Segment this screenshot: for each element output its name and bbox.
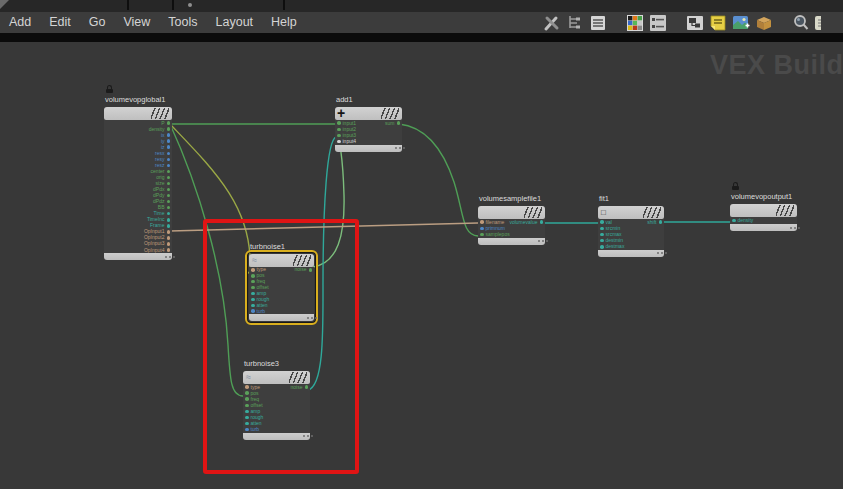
port-dot[interactable] <box>600 233 604 237</box>
input-port-type[interactable]: type <box>245 385 260 390</box>
port-dot[interactable] <box>659 220 663 224</box>
output-port-OpInput4[interactable]: OpInput4 <box>144 248 170 253</box>
node-header[interactable]: ≈ <box>243 371 310 384</box>
node-add1[interactable]: add1+input1suminput2input3input4 <box>335 107 402 152</box>
port-dot[interactable] <box>245 391 249 395</box>
wire-volumevopglobal1-P-to-turbnoise3-pos[interactable] <box>170 124 243 396</box>
port-dot[interactable] <box>167 212 171 216</box>
port-dot[interactable] <box>245 404 249 408</box>
port-dot[interactable] <box>167 218 171 222</box>
input-port-turb[interactable]: turb <box>245 427 259 432</box>
node-flags-slashes[interactable] <box>381 108 399 119</box>
port-dot[interactable] <box>167 158 171 162</box>
node-turbnoise1[interactable]: turbnoise1≈typenoiseposfreqoffsetamproug… <box>249 254 314 321</box>
port-dot[interactable] <box>540 220 544 224</box>
port-dot[interactable] <box>480 220 484 224</box>
input-port-input1[interactable]: input1 <box>337 121 356 126</box>
input-port-pos[interactable]: pos <box>245 391 259 396</box>
port-dot[interactable] <box>167 206 171 210</box>
port-dot[interactable] <box>600 239 604 243</box>
node-footer[interactable] <box>478 238 545 245</box>
output-port-shift[interactable]: shift <box>647 220 662 225</box>
port-dot[interactable] <box>397 121 401 125</box>
port-dot[interactable] <box>167 236 171 240</box>
node-fit1[interactable]: fit1□valshiftsrcminsrcmaxdestmindestmax <box>598 206 664 257</box>
port-dot[interactable] <box>245 422 249 426</box>
node-flags-slashes[interactable] <box>151 108 169 119</box>
output-port-volumevalue[interactable]: volumevalue <box>509 220 543 225</box>
port-dot[interactable] <box>600 245 604 249</box>
port-dot[interactable] <box>305 385 309 389</box>
port-dot[interactable] <box>167 127 171 131</box>
port-dot[interactable] <box>167 182 171 186</box>
node-header[interactable]: + <box>335 107 402 120</box>
port-dot[interactable] <box>480 233 484 237</box>
output-port-sum[interactable]: sum <box>385 121 400 126</box>
node-header[interactable] <box>478 206 545 219</box>
output-port-iz[interactable]: iz <box>161 145 170 150</box>
output-port-resx[interactable]: resx <box>155 151 170 156</box>
port-dot[interactable] <box>732 219 736 223</box>
port-dot[interactable] <box>337 140 341 144</box>
node-flags-slashes[interactable] <box>643 207 661 218</box>
port-dot[interactable] <box>245 410 249 414</box>
output-port-iy[interactable]: iy <box>161 139 170 144</box>
node-footer[interactable] <box>243 433 310 440</box>
input-port-destmax[interactable]: destmax <box>600 244 624 249</box>
input-port-freq[interactable]: freq <box>245 397 259 402</box>
port-dot[interactable] <box>167 139 171 143</box>
port-dot[interactable] <box>600 227 604 231</box>
output-port-density[interactable]: density <box>149 127 170 132</box>
port-dot[interactable] <box>167 145 171 149</box>
port-dot[interactable] <box>245 397 249 401</box>
port-dot[interactable] <box>167 133 171 137</box>
node-header[interactable] <box>104 107 172 120</box>
node-header[interactable]: ≈ <box>249 254 314 267</box>
port-dot[interactable] <box>245 416 249 420</box>
input-port-primnum[interactable]: primnum <box>480 226 505 231</box>
node-footer[interactable] <box>730 224 797 231</box>
node-footer[interactable] <box>104 253 172 260</box>
input-port-density[interactable]: density <box>732 218 753 223</box>
node-footer[interactable] <box>598 250 664 257</box>
port-dot[interactable] <box>167 230 171 234</box>
node-turbnoise3[interactable]: turbnoise3≈typenoiseposfreqoffsetamproug… <box>243 371 310 440</box>
port-dot[interactable] <box>480 227 484 231</box>
output-port-P[interactable]: P <box>161 121 170 126</box>
input-port-input4[interactable]: input4 <box>337 139 356 144</box>
port-dot[interactable] <box>600 220 604 224</box>
input-port-filename[interactable]: filename <box>480 220 504 225</box>
port-dot[interactable] <box>167 121 171 125</box>
port-dot[interactable] <box>167 194 171 198</box>
port-dot[interactable] <box>337 134 341 138</box>
node-volumesamplefile1[interactable]: volumesamplefile1filenamevolumevalueprim… <box>478 206 545 245</box>
port-dot[interactable] <box>167 152 171 156</box>
port-dot[interactable] <box>245 385 249 389</box>
port-dot[interactable] <box>167 170 171 174</box>
node-header[interactable] <box>730 204 797 217</box>
wire-add1-sum-to-volumesamplefile1-samplepos[interactable] <box>399 124 478 236</box>
port-dot[interactable] <box>167 248 171 252</box>
output-port-OpInput3[interactable]: OpInput3 <box>144 241 170 246</box>
node-flags-slashes[interactable] <box>289 372 307 383</box>
wire-volumevopglobal1-P-to-turbnoise1-pos[interactable] <box>170 124 250 273</box>
node-header[interactable]: □ <box>598 206 664 219</box>
node-flags-slashes[interactable] <box>293 255 311 266</box>
port-dot[interactable] <box>337 128 341 132</box>
port-dot[interactable] <box>167 176 171 180</box>
output-port-ix[interactable]: ix <box>161 133 170 138</box>
node-volumevopglobal1[interactable]: volumevopglobal1Pdensityixiyizresxresyre… <box>104 107 172 260</box>
node-volumevopoutput1[interactable]: volumevopoutput1density <box>730 204 797 231</box>
port-dot[interactable] <box>167 224 171 228</box>
port-dot[interactable] <box>167 242 171 246</box>
port-dot[interactable] <box>337 121 341 125</box>
node-flags-slashes[interactable] <box>524 207 542 218</box>
port-dot[interactable] <box>167 200 171 204</box>
port-dot[interactable] <box>167 164 171 168</box>
port-dot[interactable] <box>167 188 171 192</box>
port-dot[interactable] <box>245 428 249 432</box>
output-port-noise[interactable]: noise <box>291 385 308 390</box>
input-port-samplepos[interactable]: samplepos <box>480 232 510 237</box>
node-footer[interactable] <box>335 145 402 152</box>
node-footer[interactable] <box>249 314 314 321</box>
